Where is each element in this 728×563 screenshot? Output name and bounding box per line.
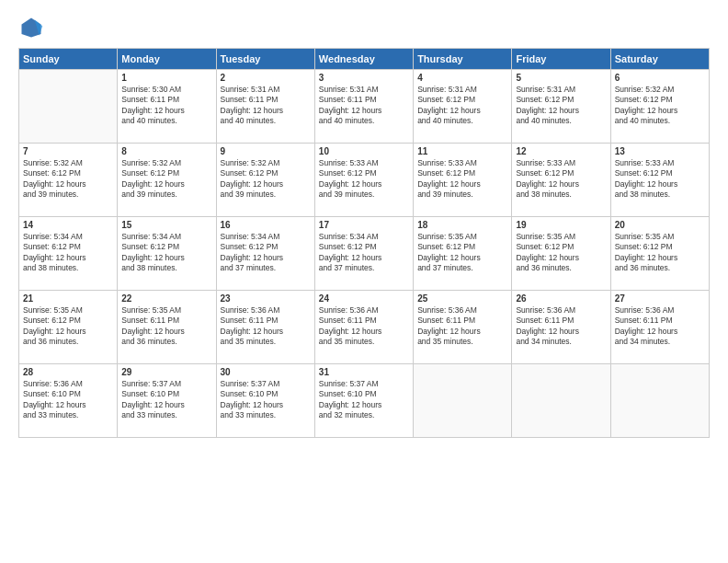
day-number: 7 (23, 146, 113, 156)
day-info: Sunrise: 5:32 AMSunset: 6:12 PMDaylight:… (221, 158, 311, 201)
day-info: Sunrise: 5:36 AMSunset: 6:11 PMDaylight:… (221, 305, 311, 348)
day-number: 1 (121, 73, 211, 83)
day-info: Sunrise: 5:32 AMSunset: 6:12 PMDaylight:… (23, 158, 113, 201)
day-info: Sunrise: 5:34 AMSunset: 6:12 PMDaylight:… (221, 232, 311, 274)
calendar-cell: 8Sunrise: 5:32 AMSunset: 6:12 PMDaylight… (118, 144, 216, 217)
day-info: Sunrise: 5:36 AMSunset: 6:10 PMDaylight:… (23, 379, 113, 421)
day-info: Sunrise: 5:31 AMSunset: 6:11 PMDaylight:… (319, 85, 409, 127)
calendar-cell (414, 364, 512, 438)
week-row-3: 14Sunrise: 5:34 AMSunset: 6:12 PMDayligh… (19, 217, 710, 291)
day-number: 14 (23, 220, 113, 230)
day-info: Sunrise: 5:35 AMSunset: 6:12 PMDaylight:… (516, 232, 606, 274)
calendar-cell: 15Sunrise: 5:34 AMSunset: 6:12 PMDayligh… (118, 217, 216, 291)
day-info: Sunrise: 5:35 AMSunset: 6:12 PMDaylight:… (23, 305, 113, 348)
day-number: 27 (615, 293, 705, 304)
day-number: 19 (516, 220, 606, 230)
calendar-cell: 6Sunrise: 5:32 AMSunset: 6:12 PMDaylight… (610, 70, 709, 144)
calendar-cell: 17Sunrise: 5:34 AMSunset: 6:12 PMDayligh… (314, 217, 413, 291)
calendar-cell: 27Sunrise: 5:36 AMSunset: 6:11 PMDayligh… (610, 291, 709, 364)
week-row-2: 7Sunrise: 5:32 AMSunset: 6:12 PMDaylight… (19, 144, 710, 217)
page: SundayMondayTuesdayWednesdayThursdayFrid… (0, 0, 728, 563)
calendar-cell: 9Sunrise: 5:32 AMSunset: 6:12 PMDaylight… (216, 144, 314, 217)
day-number: 12 (516, 146, 606, 156)
calendar-cell: 25Sunrise: 5:36 AMSunset: 6:11 PMDayligh… (414, 291, 512, 364)
calendar-cell: 22Sunrise: 5:35 AMSunset: 6:11 PMDayligh… (118, 291, 216, 364)
calendar-cell: 4Sunrise: 5:31 AMSunset: 6:12 PMDaylight… (414, 70, 512, 144)
calendar-cell: 5Sunrise: 5:31 AMSunset: 6:12 PMDaylight… (512, 70, 610, 144)
day-number: 13 (615, 146, 705, 156)
day-info: Sunrise: 5:34 AMSunset: 6:12 PMDaylight:… (23, 232, 113, 274)
weekday-header-row: SundayMondayTuesdayWednesdayThursdayFrid… (19, 49, 710, 70)
day-number: 30 (221, 367, 311, 377)
week-row-1: 1Sunrise: 5:30 AMSunset: 6:11 PMDaylight… (19, 70, 710, 144)
calendar-cell: 29Sunrise: 5:37 AMSunset: 6:10 PMDayligh… (118, 364, 216, 438)
calendar-cell (610, 364, 709, 438)
day-info: Sunrise: 5:33 AMSunset: 6:12 PMDaylight:… (417, 158, 507, 201)
day-number: 26 (516, 293, 606, 304)
calendar-cell: 31Sunrise: 5:37 AMSunset: 6:10 PMDayligh… (314, 364, 413, 438)
day-number: 31 (319, 367, 409, 377)
calendar-cell: 13Sunrise: 5:33 AMSunset: 6:12 PMDayligh… (610, 144, 709, 217)
calendar-cell: 23Sunrise: 5:36 AMSunset: 6:11 PMDayligh… (216, 291, 314, 364)
calendar-cell: 21Sunrise: 5:35 AMSunset: 6:12 PMDayligh… (19, 291, 118, 364)
day-number: 10 (319, 146, 409, 156)
day-number: 8 (121, 146, 211, 156)
calendar-cell: 2Sunrise: 5:31 AMSunset: 6:11 PMDaylight… (216, 70, 314, 144)
day-info: Sunrise: 5:31 AMSunset: 6:12 PMDaylight:… (516, 85, 606, 127)
day-info: Sunrise: 5:32 AMSunset: 6:12 PMDaylight:… (121, 158, 211, 201)
day-number: 23 (221, 293, 311, 304)
calendar-cell (512, 364, 610, 438)
calendar-cell: 1Sunrise: 5:30 AMSunset: 6:11 PMDaylight… (118, 70, 216, 144)
day-number: 5 (516, 73, 606, 83)
calendar-cell: 28Sunrise: 5:36 AMSunset: 6:10 PMDayligh… (19, 364, 118, 438)
day-info: Sunrise: 5:32 AMSunset: 6:12 PMDaylight:… (615, 85, 705, 127)
calendar-cell: 19Sunrise: 5:35 AMSunset: 6:12 PMDayligh… (512, 217, 610, 291)
day-info: Sunrise: 5:36 AMSunset: 6:11 PMDaylight:… (417, 305, 507, 348)
day-number: 3 (319, 73, 409, 83)
day-number: 6 (615, 73, 705, 83)
calendar-cell: 12Sunrise: 5:33 AMSunset: 6:12 PMDayligh… (512, 144, 610, 217)
day-info: Sunrise: 5:37 AMSunset: 6:10 PMDaylight:… (319, 379, 409, 421)
day-info: Sunrise: 5:36 AMSunset: 6:11 PMDaylight:… (615, 305, 705, 348)
day-number: 16 (221, 220, 311, 230)
day-number: 15 (121, 220, 211, 230)
day-number: 4 (417, 73, 507, 83)
day-number: 11 (417, 146, 507, 156)
calendar-cell: 24Sunrise: 5:36 AMSunset: 6:11 PMDayligh… (314, 291, 413, 364)
day-info: Sunrise: 5:31 AMSunset: 6:11 PMDaylight:… (221, 85, 311, 127)
day-info: Sunrise: 5:37 AMSunset: 6:10 PMDaylight:… (221, 379, 311, 421)
calendar-cell: 16Sunrise: 5:34 AMSunset: 6:12 PMDayligh… (216, 217, 314, 291)
calendar-cell: 30Sunrise: 5:37 AMSunset: 6:10 PMDayligh… (216, 364, 314, 438)
calendar-cell: 14Sunrise: 5:34 AMSunset: 6:12 PMDayligh… (19, 217, 118, 291)
calendar-cell: 3Sunrise: 5:31 AMSunset: 6:11 PMDaylight… (314, 70, 413, 144)
day-number: 22 (121, 293, 211, 304)
week-row-5: 28Sunrise: 5:36 AMSunset: 6:10 PMDayligh… (19, 364, 710, 438)
weekday-header-monday: Monday (118, 49, 216, 70)
logo-icon (18, 15, 44, 40)
calendar-cell: 10Sunrise: 5:33 AMSunset: 6:12 PMDayligh… (314, 144, 413, 217)
calendar-cell: 7Sunrise: 5:32 AMSunset: 6:12 PMDaylight… (19, 144, 118, 217)
day-info: Sunrise: 5:33 AMSunset: 6:12 PMDaylight:… (615, 158, 705, 201)
weekday-header-wednesday: Wednesday (314, 49, 413, 70)
week-row-4: 21Sunrise: 5:35 AMSunset: 6:12 PMDayligh… (19, 291, 710, 364)
day-info: Sunrise: 5:36 AMSunset: 6:11 PMDaylight:… (319, 305, 409, 348)
day-number: 24 (319, 293, 409, 304)
logo (18, 15, 48, 40)
day-number: 20 (615, 220, 705, 230)
day-number: 25 (417, 293, 507, 304)
weekday-header-saturday: Saturday (610, 49, 709, 70)
day-info: Sunrise: 5:33 AMSunset: 6:12 PMDaylight:… (319, 158, 409, 201)
day-number: 17 (319, 220, 409, 230)
day-number: 28 (23, 367, 113, 377)
day-info: Sunrise: 5:34 AMSunset: 6:12 PMDaylight:… (319, 232, 409, 274)
day-number: 2 (221, 73, 311, 83)
calendar-table: SundayMondayTuesdayWednesdayThursdayFrid… (18, 48, 710, 438)
day-number: 9 (221, 146, 311, 156)
day-info: Sunrise: 5:34 AMSunset: 6:12 PMDaylight:… (121, 232, 211, 274)
day-info: Sunrise: 5:33 AMSunset: 6:12 PMDaylight:… (516, 158, 606, 201)
day-info: Sunrise: 5:30 AMSunset: 6:11 PMDaylight:… (121, 85, 211, 127)
day-number: 21 (23, 293, 113, 304)
day-info: Sunrise: 5:35 AMSunset: 6:11 PMDaylight:… (121, 305, 211, 348)
day-info: Sunrise: 5:31 AMSunset: 6:12 PMDaylight:… (417, 85, 507, 127)
weekday-header-sunday: Sunday (19, 49, 118, 70)
